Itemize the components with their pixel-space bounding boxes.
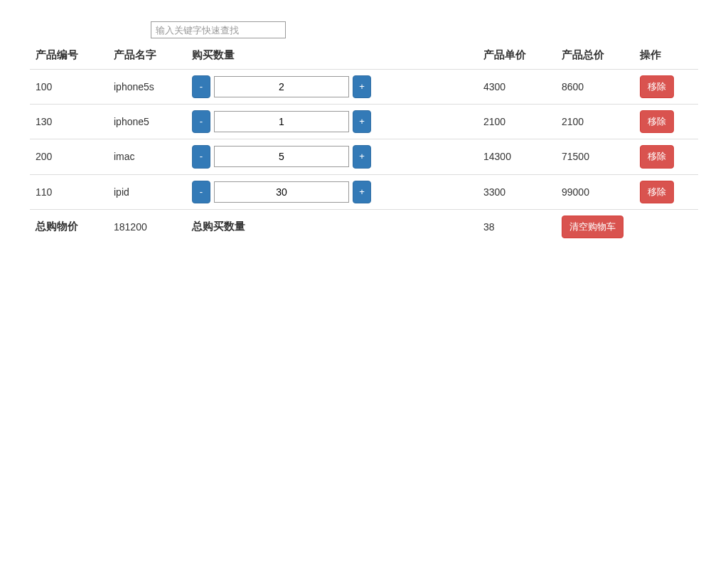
cell-total: 2100 xyxy=(556,105,634,139)
header-id: 产品编号 xyxy=(30,43,108,70)
summary-qty-label: 总购买数量 xyxy=(186,209,478,244)
cell-price: 3300 xyxy=(478,174,556,209)
qty-plus-button[interactable]: + xyxy=(353,75,371,98)
cart-table: 产品编号 产品名字 购买数量 产品单价 产品总价 操作 100iphone5s-… xyxy=(30,43,698,244)
cell-qty: -+ xyxy=(186,70,478,105)
table-row: 100iphone5s-+43008600移除 xyxy=(30,70,698,105)
header-name: 产品名字 xyxy=(108,43,186,70)
qty-input[interactable] xyxy=(214,111,349,132)
search-wrap xyxy=(151,21,698,38)
cell-action: 移除 xyxy=(634,139,698,174)
table-header-row: 产品编号 产品名字 购买数量 产品单价 产品总价 操作 xyxy=(30,43,698,70)
header-total: 产品总价 xyxy=(556,43,634,70)
qty-input[interactable] xyxy=(214,146,349,167)
remove-button[interactable]: 移除 xyxy=(640,75,674,98)
search-input[interactable] xyxy=(151,21,286,38)
qty-group: -+ xyxy=(192,110,371,133)
cell-name: iphone5s xyxy=(108,70,186,105)
cell-id: 100 xyxy=(30,70,108,105)
qty-plus-button[interactable]: + xyxy=(353,145,371,168)
cell-id: 130 xyxy=(30,105,108,139)
summary-row: 总购物价 181200 总购买数量 38 清空购物车 xyxy=(30,209,698,244)
qty-group: -+ xyxy=(192,145,371,168)
table-row: 110ipid-+330099000移除 xyxy=(30,174,698,209)
cell-action: 移除 xyxy=(634,174,698,209)
qty-plus-button[interactable]: + xyxy=(353,181,371,203)
cell-qty: -+ xyxy=(186,174,478,209)
qty-minus-button[interactable]: - xyxy=(192,75,210,98)
cell-price: 2100 xyxy=(478,105,556,139)
clear-cart-button[interactable]: 清空购物车 xyxy=(562,216,623,238)
qty-plus-button[interactable]: + xyxy=(353,110,371,133)
remove-button[interactable]: 移除 xyxy=(640,181,674,203)
cell-total: 8600 xyxy=(556,70,634,105)
summary-price-value: 181200 xyxy=(108,209,186,244)
table-row: 130iphone5-+21002100移除 xyxy=(30,105,698,139)
remove-button[interactable]: 移除 xyxy=(640,110,674,133)
cell-id: 200 xyxy=(30,139,108,174)
cell-price: 14300 xyxy=(478,139,556,174)
cell-action: 移除 xyxy=(634,105,698,139)
cell-price: 4300 xyxy=(478,70,556,105)
qty-group: -+ xyxy=(192,75,371,98)
header-action: 操作 xyxy=(634,43,698,70)
qty-minus-button[interactable]: - xyxy=(192,110,210,133)
cell-name: iphone5 xyxy=(108,105,186,139)
remove-button[interactable]: 移除 xyxy=(640,145,674,168)
summary-price-label: 总购物价 xyxy=(30,209,108,244)
cell-name: imac xyxy=(108,139,186,174)
cell-qty: -+ xyxy=(186,105,478,139)
cart-container: 产品编号 产品名字 购买数量 产品单价 产品总价 操作 100iphone5s-… xyxy=(30,0,698,244)
qty-input[interactable] xyxy=(214,76,349,97)
qty-group: -+ xyxy=(192,181,371,203)
cell-id: 110 xyxy=(30,174,108,209)
summary-qty-value: 38 xyxy=(478,209,556,244)
header-price: 产品单价 xyxy=(478,43,556,70)
header-qty: 购买数量 xyxy=(186,43,478,70)
cell-total: 99000 xyxy=(556,174,634,209)
cell-action: 移除 xyxy=(634,70,698,105)
qty-minus-button[interactable]: - xyxy=(192,181,210,203)
cell-name: ipid xyxy=(108,174,186,209)
cell-total: 71500 xyxy=(556,139,634,174)
qty-minus-button[interactable]: - xyxy=(192,145,210,168)
table-row: 200imac-+1430071500移除 xyxy=(30,139,698,174)
cell-qty: -+ xyxy=(186,139,478,174)
qty-input[interactable] xyxy=(214,181,349,203)
